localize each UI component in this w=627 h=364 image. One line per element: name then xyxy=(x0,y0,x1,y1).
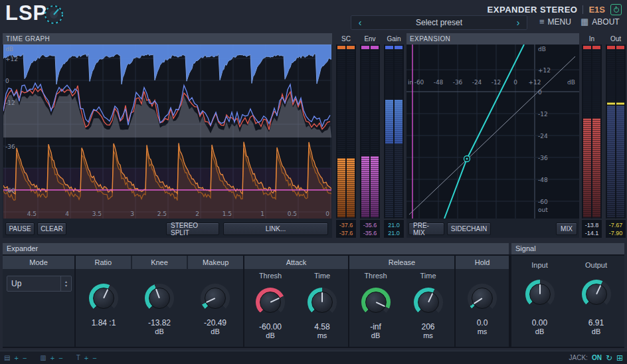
preset-label[interactable]: Select preset xyxy=(369,18,509,27)
sidechain-button[interactable]: SIDECHAIN xyxy=(447,223,491,235)
sc-meter-bars xyxy=(336,45,356,219)
release-label: Release xyxy=(349,256,454,269)
menu-button[interactable]: ≡ MENU xyxy=(539,17,571,27)
input-label: Input xyxy=(511,261,568,270)
jack-state: ON xyxy=(592,354,602,361)
svg-text:4: 4 xyxy=(65,211,69,217)
prev-preset-icon[interactable]: ‹ xyxy=(351,17,369,29)
menu-label: MENU xyxy=(548,17,571,27)
sc-meter-label: SC xyxy=(336,33,356,45)
svg-text:-12: -12 xyxy=(5,100,15,106)
jack-label: JACK: xyxy=(569,354,588,361)
next-preset-icon[interactable]: › xyxy=(509,17,527,29)
svg-text:+12: +12 xyxy=(538,67,551,74)
mix-button[interactable]: MIX xyxy=(556,223,577,235)
zoom-in-icon[interactable]: + xyxy=(50,354,54,362)
release-time-knob[interactable] xyxy=(414,288,443,317)
zoom-out-icon[interactable]: − xyxy=(23,354,27,362)
svg-text:-12: -12 xyxy=(492,79,501,86)
env-meter-label: Env xyxy=(360,33,380,45)
gain-meter-values: 21.021.0 xyxy=(384,220,404,238)
link-button[interactable]: LINK... xyxy=(223,223,328,235)
makeup-value: -20.49 xyxy=(204,318,226,327)
fit-graph-icon[interactable]: ▤ xyxy=(4,354,10,361)
svg-text:-24: -24 xyxy=(472,79,482,86)
ratio-knob[interactable] xyxy=(89,284,118,313)
attack-panel: Attack Thresh Time -60.00 dB 4.58 ms xyxy=(244,256,348,347)
attack-thresh-knob[interactable] xyxy=(256,288,285,317)
zoom-out-icon[interactable]: − xyxy=(92,354,96,362)
signal-section-title: Signal xyxy=(511,243,624,254)
svg-text:3.5: 3.5 xyxy=(92,211,102,217)
makeup-knob[interactable] xyxy=(201,284,230,313)
expansion-title: EXPANSION xyxy=(406,33,579,45)
time-zoom-icon[interactable]: T xyxy=(76,354,80,361)
about-button[interactable]: ▦ ABOUT xyxy=(581,17,620,27)
ratio-label: Ratio xyxy=(76,256,131,269)
in-meter-bars xyxy=(582,45,602,219)
stereo-split-button[interactable]: STEREO SPLIT xyxy=(166,223,219,235)
input-gain-value: 0.00 xyxy=(532,318,547,327)
svg-text:dB: dB xyxy=(538,46,546,52)
zoom-in-icon[interactable]: + xyxy=(14,354,18,362)
power-icon[interactable] xyxy=(610,4,622,15)
svg-text:2: 2 xyxy=(195,211,199,217)
release-time-label: Time xyxy=(402,272,454,281)
svg-text:-36: -36 xyxy=(538,155,548,161)
expander-section-title: Expander xyxy=(3,243,509,254)
output-gain-value: 6.91 xyxy=(588,318,604,327)
in-meter-label: In xyxy=(582,33,602,45)
title-divider xyxy=(582,5,583,14)
time-graph[interactable]: dB+120-12-36-604.543.532.521.510.50 xyxy=(3,45,331,219)
pause-button[interactable]: PAUSE xyxy=(5,223,35,235)
mode-select[interactable]: Up ▴▾ xyxy=(7,276,72,292)
svg-text:-48: -48 xyxy=(538,177,548,183)
ratio-value: 1.84 :1 xyxy=(92,318,116,327)
svg-text:4.5: 4.5 xyxy=(27,211,37,217)
reconnect-icon[interactable]: ↻ xyxy=(606,353,612,363)
attack-time-knob[interactable] xyxy=(308,288,337,317)
env-meter-bars xyxy=(360,45,380,219)
attack-thresh-label: Thresh xyxy=(244,272,296,281)
time-graph-title: TIME GRAPH xyxy=(3,33,332,45)
svg-text:-36: -36 xyxy=(5,143,15,150)
svg-text:in: in xyxy=(408,79,413,86)
knee-value: -13.82 xyxy=(148,318,171,327)
clear-button[interactable]: CLEAR xyxy=(37,223,66,235)
spinner-icon[interactable]: ▴▾ xyxy=(60,276,71,291)
makeup-label: Makeup xyxy=(188,256,243,269)
preset-selector[interactable]: ‹ Select preset › xyxy=(351,15,527,30)
output-gain-knob[interactable] xyxy=(582,280,611,309)
release-thresh-value: -inf xyxy=(370,322,381,331)
knee-knob[interactable] xyxy=(145,284,174,313)
zoom-in-icon[interactable]: + xyxy=(84,354,88,362)
env-meter: Env -35.6-35.6 xyxy=(360,33,380,238)
svg-text:3: 3 xyxy=(130,211,134,217)
svg-text:-60: -60 xyxy=(538,199,548,205)
mode-value: Up xyxy=(7,279,60,288)
fit-db-icon[interactable]: ▥ xyxy=(40,354,46,361)
svg-text:-12: -12 xyxy=(538,111,548,118)
out-meter-bars xyxy=(606,45,626,219)
attack-time-label: Time xyxy=(296,272,348,281)
pre-mix-button[interactable]: PRE-MIX xyxy=(408,223,444,235)
plugin-code: E1S xyxy=(588,5,605,15)
hold-knob[interactable] xyxy=(468,284,497,313)
hold-panel: Hold 0.0 ms xyxy=(456,256,509,347)
in-meter-values: -13.8-14.1 xyxy=(582,220,602,238)
input-gain-knob[interactable] xyxy=(525,280,555,309)
svg-text:0: 0 xyxy=(325,211,329,217)
release-time-value: 206 xyxy=(421,322,434,331)
zoom-out-icon[interactable]: − xyxy=(58,354,62,362)
release-panel: Release Thresh Time -inf dB 206 ms xyxy=(349,256,454,347)
sc-meter: SC -37.6-37.6 xyxy=(336,33,356,238)
expansion-graph[interactable]: in-60-48-36-24-120+12dBdB+120-12-24-36-4… xyxy=(406,45,579,219)
zoom-group-graph: ▤ + − xyxy=(4,354,27,362)
release-thresh-label: Thresh xyxy=(349,272,402,281)
env-meter-values: -35.6-35.6 xyxy=(360,220,380,238)
out-meter: Out -7.67-7.90 xyxy=(606,33,626,238)
release-thresh-knob[interactable] xyxy=(361,288,391,317)
zoom-group-time: T + − xyxy=(76,354,97,362)
window-grid-icon[interactable]: ⊞ xyxy=(616,353,623,363)
in-meter: In -13.8-14.1 xyxy=(582,33,602,238)
